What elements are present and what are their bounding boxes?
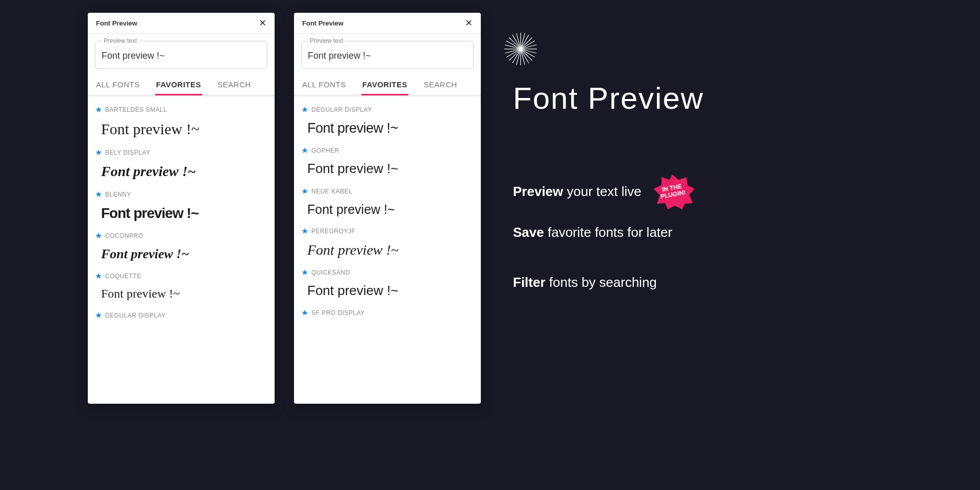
star-icon[interactable]: ★ bbox=[95, 232, 102, 240]
font-name-label: BELY DISPLAY bbox=[105, 149, 151, 156]
feature-text: favorite fonts for later bbox=[544, 225, 672, 240]
font-sample: Font preview !~ bbox=[301, 120, 474, 136]
font-sample: Font preview !~ bbox=[95, 120, 267, 138]
font-preview-panel-right: Font Preview ✕ Preview text ALL FONTS FA… bbox=[294, 13, 481, 404]
font-name-label: COCONPRO bbox=[105, 232, 143, 239]
hero-title: Font Preview bbox=[513, 81, 704, 116]
tab-favorites[interactable]: FAVORITES bbox=[155, 76, 202, 95]
font-item[interactable]: ★BELY DISPLAYFont preview !~ bbox=[95, 142, 267, 184]
badge-in-the-plugin: IN THEPLUGIN! bbox=[649, 174, 695, 209]
feature-bold: Save bbox=[513, 225, 544, 240]
font-item[interactable]: ★DEGULAR DISPLAYFont preview !~ bbox=[301, 100, 474, 140]
star-icon[interactable]: ★ bbox=[95, 190, 102, 199]
font-item[interactable]: ★COCONPROFont preview !~ bbox=[95, 226, 267, 266]
preview-text-input[interactable] bbox=[308, 51, 467, 61]
tabs: ALL FONTS FAVORITES SEARCH bbox=[294, 74, 481, 95]
star-icon[interactable]: ★ bbox=[301, 146, 308, 155]
font-sample: Font preview !~ bbox=[95, 286, 267, 301]
font-sample: Font preview !~ bbox=[95, 163, 267, 180]
font-name-label: DEGULAR DISPLAY bbox=[311, 106, 372, 113]
close-icon[interactable]: ✕ bbox=[258, 19, 266, 27]
star-icon[interactable]: ★ bbox=[95, 106, 102, 114]
font-sample: Font preview !~ bbox=[95, 246, 267, 262]
tab-search[interactable]: SEARCH bbox=[423, 76, 458, 95]
tab-favorites[interactable]: FAVORITES bbox=[361, 76, 408, 95]
close-icon[interactable]: ✕ bbox=[464, 19, 473, 27]
font-name-label: QUICKSAND bbox=[311, 269, 350, 276]
panel-title: Font Preview bbox=[96, 19, 137, 27]
star-icon[interactable]: ★ bbox=[95, 311, 102, 320]
tab-search[interactable]: SEARCH bbox=[216, 76, 252, 95]
preview-input-wrap: Preview text bbox=[88, 34, 275, 74]
tab-all-fonts[interactable]: ALL FONTS bbox=[95, 76, 141, 95]
font-name-label: DEGULAR DISPLAY bbox=[105, 312, 166, 319]
preview-label: Preview text bbox=[102, 37, 139, 44]
font-name-label: BARTELDES SMALL bbox=[105, 106, 167, 113]
preview-input-wrap: Preview text bbox=[294, 34, 481, 74]
preview-label: Preview text bbox=[308, 37, 345, 44]
font-name-label: NEUE KABEL bbox=[311, 188, 352, 195]
feature-text: fonts by searching bbox=[546, 275, 657, 290]
star-icon[interactable]: ★ bbox=[95, 272, 102, 280]
font-item[interactable]: ★BLENNYFont preview !~ bbox=[95, 184, 267, 226]
font-name-label: COQUETTE bbox=[105, 273, 141, 280]
font-item[interactable]: ★DEGULAR DISPLAY bbox=[95, 305, 267, 330]
preview-field: Preview text bbox=[301, 41, 474, 69]
font-sample: Font preview !~ bbox=[301, 202, 474, 217]
panel-header: Font Preview ✕ bbox=[294, 13, 481, 34]
font-list-right[interactable]: ★DEGULAR DISPLAYFont preview !~★GOPHERFo… bbox=[294, 95, 481, 404]
star-icon[interactable]: ★ bbox=[95, 149, 102, 157]
panel-title: Font Preview bbox=[302, 19, 344, 27]
font-sample: Font preview !~ bbox=[301, 241, 474, 259]
font-sample: Font preview !~ bbox=[301, 161, 474, 177]
panel-header: Font Preview ✕ bbox=[88, 13, 275, 34]
star-icon[interactable]: ★ bbox=[301, 268, 308, 277]
tabs: ALL FONTS FAVORITES SEARCH bbox=[88, 74, 275, 95]
feature-preview: Preview your text live IN THEPLUGIN! bbox=[513, 174, 695, 209]
tab-all-fonts[interactable]: ALL FONTS bbox=[301, 76, 347, 95]
font-item[interactable]: ★GOPHERFont preview !~ bbox=[301, 140, 474, 181]
feature-bold: Filter bbox=[513, 275, 546, 290]
star-icon[interactable]: ★ bbox=[301, 187, 308, 195]
feature-save: Save favorite fonts for later bbox=[513, 225, 672, 240]
feature-filter: Filter fonts by searching bbox=[513, 275, 657, 290]
starburst-icon bbox=[500, 29, 541, 69]
star-icon[interactable]: ★ bbox=[301, 106, 308, 114]
font-item[interactable]: ★SF PRO DISPLAY bbox=[301, 303, 474, 327]
font-sample: Font preview !~ bbox=[95, 205, 267, 222]
feature-text: your text live bbox=[563, 184, 641, 199]
star-icon[interactable]: ★ bbox=[301, 227, 308, 235]
star-icon[interactable]: ★ bbox=[301, 309, 308, 317]
font-name-label: BLENNY bbox=[105, 191, 131, 198]
preview-text-input[interactable] bbox=[102, 51, 261, 61]
feature-bold: Preview bbox=[513, 184, 563, 199]
preview-field: Preview text bbox=[95, 41, 267, 69]
font-item[interactable]: ★BARTELDES SMALLFont preview !~ bbox=[95, 100, 267, 142]
font-name-label: PEREGROYJF bbox=[311, 228, 355, 235]
font-name-label: GOPHER bbox=[311, 147, 339, 154]
font-item[interactable]: ★NEUE KABELFont preview !~ bbox=[301, 181, 474, 221]
font-list-left[interactable]: ★BARTELDES SMALLFont preview !~★BELY DIS… bbox=[88, 95, 275, 404]
font-preview-panel-left: Font Preview ✕ Preview text ALL FONTS FA… bbox=[88, 13, 275, 404]
font-sample: Font preview !~ bbox=[301, 283, 474, 299]
font-item[interactable]: ★QUICKSANDFont preview !~ bbox=[301, 262, 474, 303]
font-item[interactable]: ★PEREGROYJFFont preview !~ bbox=[301, 221, 474, 263]
font-name-label: SF PRO DISPLAY bbox=[311, 309, 365, 316]
font-item[interactable]: ★COQUETTEFont preview !~ bbox=[95, 266, 267, 305]
